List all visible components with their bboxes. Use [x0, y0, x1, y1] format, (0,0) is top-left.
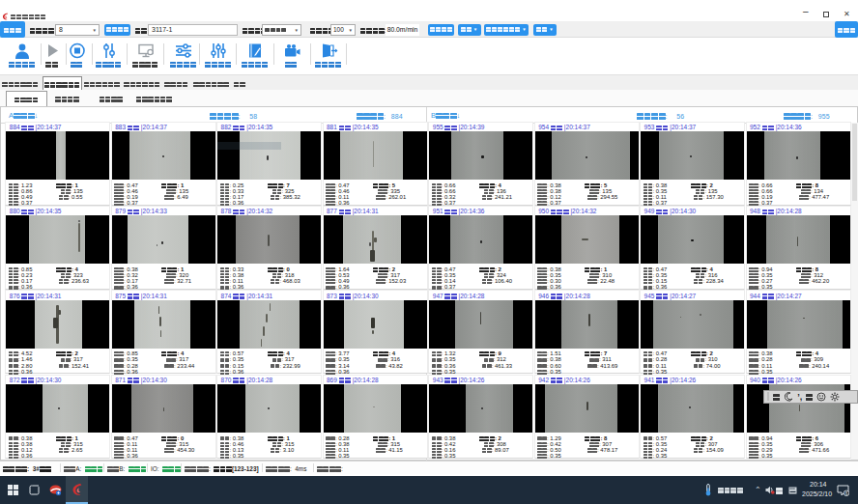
svg-text:6: 6 — [845, 490, 848, 496]
